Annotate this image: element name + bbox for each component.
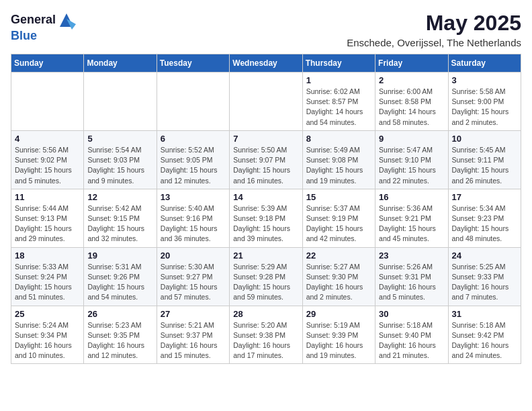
day-info: Sunrise: 5:26 AM Sunset: 9:31 PM Dayligh… (379, 262, 444, 303)
day-number: 6 (161, 134, 226, 144)
header-row: SundayMondayTuesdayWednesdayThursdayFrid… (11, 54, 521, 73)
header-thursday: Thursday (302, 54, 375, 73)
calendar-cell: 3Sunrise: 5:58 AM Sunset: 9:00 PM Daylig… (448, 73, 521, 131)
calendar-cell: 14Sunrise: 5:39 AM Sunset: 9:18 PM Dayli… (230, 189, 302, 247)
header-wednesday: Wednesday (230, 54, 302, 73)
day-info: Sunrise: 5:18 AM Sunset: 9:40 PM Dayligh… (379, 320, 444, 361)
day-info: Sunrise: 5:30 AM Sunset: 9:27 PM Dayligh… (161, 262, 226, 303)
day-info: Sunrise: 5:39 AM Sunset: 9:18 PM Dayligh… (233, 203, 298, 244)
calendar-cell: 12Sunrise: 5:42 AM Sunset: 9:15 PM Dayli… (84, 189, 157, 247)
day-info: Sunrise: 5:33 AM Sunset: 9:24 PM Dayligh… (15, 262, 80, 303)
header-friday: Friday (375, 54, 448, 73)
calendar-cell: 28Sunrise: 5:20 AM Sunset: 9:38 PM Dayli… (230, 306, 302, 364)
calendar-body: 1Sunrise: 6:02 AM Sunset: 8:57 PM Daylig… (11, 73, 521, 364)
calendar-cell: 23Sunrise: 5:26 AM Sunset: 9:31 PM Dayli… (375, 247, 448, 306)
day-number: 11 (15, 192, 80, 202)
day-number: 9 (379, 134, 444, 144)
calendar-cell: 20Sunrise: 5:30 AM Sunset: 9:27 PM Dayli… (157, 247, 229, 306)
day-info: Sunrise: 5:29 AM Sunset: 9:28 PM Dayligh… (233, 262, 298, 303)
calendar-cell: 5Sunrise: 5:54 AM Sunset: 9:03 PM Daylig… (84, 130, 157, 189)
calendar-cell: 30Sunrise: 5:18 AM Sunset: 9:40 PM Dayli… (375, 306, 448, 364)
day-info: Sunrise: 5:52 AM Sunset: 9:05 PM Dayligh… (161, 145, 226, 186)
day-info: Sunrise: 5:31 AM Sunset: 9:26 PM Dayligh… (87, 262, 152, 303)
day-number: 12 (87, 192, 152, 202)
calendar-cell: 10Sunrise: 5:45 AM Sunset: 9:11 PM Dayli… (448, 130, 521, 189)
calendar-cell: 29Sunrise: 5:19 AM Sunset: 9:39 PM Dayli… (302, 306, 375, 364)
calendar-cell: 27Sunrise: 5:21 AM Sunset: 9:37 PM Dayli… (157, 306, 229, 364)
header-tuesday: Tuesday (157, 54, 229, 73)
day-info: Sunrise: 5:49 AM Sunset: 9:08 PM Dayligh… (306, 145, 371, 186)
day-number: 5 (87, 134, 152, 144)
day-info: Sunrise: 5:58 AM Sunset: 9:00 PM Dayligh… (452, 87, 517, 128)
calendar-cell: 17Sunrise: 5:34 AM Sunset: 9:23 PM Dayli… (448, 189, 521, 247)
calendar-cell: 8Sunrise: 5:49 AM Sunset: 9:08 PM Daylig… (302, 130, 375, 189)
calendar-cell: 13Sunrise: 5:40 AM Sunset: 9:16 PM Dayli… (157, 189, 229, 247)
day-info: Sunrise: 5:37 AM Sunset: 9:19 PM Dayligh… (306, 203, 371, 244)
day-info: Sunrise: 5:18 AM Sunset: 9:42 PM Dayligh… (452, 320, 517, 361)
day-number: 30 (379, 309, 444, 319)
day-number: 13 (161, 192, 226, 202)
day-number: 17 (452, 192, 517, 202)
calendar-cell: 1Sunrise: 6:02 AM Sunset: 8:57 PM Daylig… (302, 73, 375, 131)
calendar-cell: 24Sunrise: 5:25 AM Sunset: 9:33 PM Dayli… (448, 247, 521, 306)
header-sunday: Sunday (11, 54, 84, 73)
header-monday: Monday (84, 54, 157, 73)
day-info: Sunrise: 6:00 AM Sunset: 8:58 PM Dayligh… (379, 87, 444, 128)
logo: General Blue (11, 11, 76, 43)
day-number: 2 (379, 75, 444, 85)
day-number: 1 (306, 75, 371, 85)
day-info: Sunrise: 5:40 AM Sunset: 9:16 PM Dayligh… (161, 203, 226, 244)
day-number: 22 (306, 250, 371, 261)
calendar-cell: 9Sunrise: 5:47 AM Sunset: 9:10 PM Daylig… (375, 130, 448, 189)
day-number: 27 (161, 309, 226, 319)
calendar-cell: 16Sunrise: 5:36 AM Sunset: 9:21 PM Dayli… (375, 189, 448, 247)
day-info: Sunrise: 5:34 AM Sunset: 9:23 PM Dayligh… (452, 203, 517, 244)
day-number: 3 (452, 75, 517, 85)
calendar-cell: 25Sunrise: 5:24 AM Sunset: 9:34 PM Dayli… (11, 306, 84, 364)
day-number: 28 (233, 309, 298, 319)
subtitle: Enschede, Overijssel, The Netherlands (347, 37, 521, 48)
calendar-cell: 4Sunrise: 5:56 AM Sunset: 9:02 PM Daylig… (11, 130, 84, 189)
day-info: Sunrise: 5:54 AM Sunset: 9:03 PM Dayligh… (87, 145, 152, 186)
calendar-cell: 26Sunrise: 5:23 AM Sunset: 9:35 PM Dayli… (84, 306, 157, 364)
day-info: Sunrise: 5:27 AM Sunset: 9:30 PM Dayligh… (306, 262, 371, 303)
calendar-table: SundayMondayTuesdayWednesdayThursdayFrid… (11, 54, 521, 364)
day-info: Sunrise: 5:25 AM Sunset: 9:33 PM Dayligh… (452, 262, 517, 303)
calendar-cell (157, 73, 229, 131)
day-number: 15 (306, 192, 371, 202)
day-number: 21 (233, 250, 298, 261)
week-row-0: 1Sunrise: 6:02 AM Sunset: 8:57 PM Daylig… (11, 73, 521, 131)
week-row-1: 4Sunrise: 5:56 AM Sunset: 9:02 PM Daylig… (11, 130, 521, 189)
calendar-cell: 19Sunrise: 5:31 AM Sunset: 9:26 PM Dayli… (84, 247, 157, 306)
day-number: 23 (379, 250, 444, 261)
day-number: 7 (233, 134, 298, 144)
main-title: May 2025 (347, 11, 521, 36)
calendar-cell: 2Sunrise: 6:00 AM Sunset: 8:58 PM Daylig… (375, 73, 448, 131)
day-info: Sunrise: 6:02 AM Sunset: 8:57 PM Dayligh… (306, 87, 371, 128)
day-number: 26 (87, 309, 152, 319)
day-info: Sunrise: 5:23 AM Sunset: 9:35 PM Dayligh… (87, 320, 152, 361)
logo-blue: Blue (11, 30, 76, 43)
day-info: Sunrise: 5:44 AM Sunset: 9:13 PM Dayligh… (15, 203, 80, 244)
day-info: Sunrise: 5:45 AM Sunset: 9:11 PM Dayligh… (452, 145, 517, 186)
day-info: Sunrise: 5:20 AM Sunset: 9:38 PM Dayligh… (233, 320, 298, 361)
week-row-3: 18Sunrise: 5:33 AM Sunset: 9:24 PM Dayli… (11, 247, 521, 306)
calendar-cell (84, 73, 157, 131)
logo-icon (57, 11, 76, 30)
day-info: Sunrise: 5:21 AM Sunset: 9:37 PM Dayligh… (161, 320, 226, 361)
title-block: May 2025 Enschede, Overijssel, The Nethe… (347, 11, 521, 48)
day-info: Sunrise: 5:47 AM Sunset: 9:10 PM Dayligh… (379, 145, 444, 186)
day-number: 16 (379, 192, 444, 202)
day-info: Sunrise: 5:42 AM Sunset: 9:15 PM Dayligh… (87, 203, 152, 244)
day-number: 18 (15, 250, 80, 261)
calendar-cell: 22Sunrise: 5:27 AM Sunset: 9:30 PM Dayli… (302, 247, 375, 306)
day-info: Sunrise: 5:24 AM Sunset: 9:34 PM Dayligh… (15, 320, 80, 361)
day-number: 8 (306, 134, 371, 144)
day-info: Sunrise: 5:36 AM Sunset: 9:21 PM Dayligh… (379, 203, 444, 244)
calendar-cell (11, 73, 84, 131)
calendar-cell: 15Sunrise: 5:37 AM Sunset: 9:19 PM Dayli… (302, 189, 375, 247)
calendar-cell (230, 73, 302, 131)
day-number: 20 (161, 250, 226, 261)
week-row-4: 25Sunrise: 5:24 AM Sunset: 9:34 PM Dayli… (11, 306, 521, 364)
day-number: 29 (306, 309, 371, 319)
